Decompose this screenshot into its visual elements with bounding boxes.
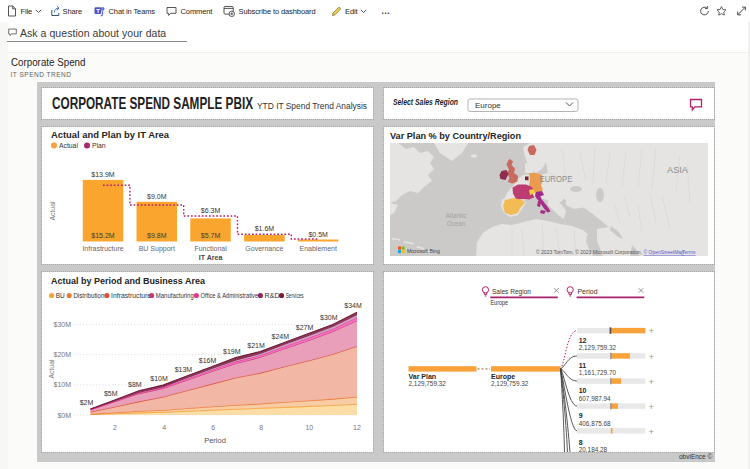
svg-text:11: 11 [579, 362, 587, 369]
svg-text:Actual: Actual [48, 359, 55, 378]
svg-text:$27M: $27M [296, 324, 314, 331]
svg-text:$9.0M: $9.0M [147, 193, 167, 200]
svg-text:$10M: $10M [150, 375, 168, 382]
svg-text:Office & Administrative: Office & Administrative [201, 292, 259, 299]
svg-text:Actual and Plan by IT Area: Actual and Plan by IT Area [51, 130, 170, 140]
svg-text:607,987.94: 607,987.94 [579, 395, 611, 402]
svg-text:EUROPE: EUROPE [540, 174, 573, 184]
svg-text:T: T [96, 8, 100, 14]
svg-text:Period: Period [204, 436, 226, 445]
svg-text:Distribution: Distribution [73, 292, 104, 299]
svg-text:$15.2M: $15.2M [91, 232, 115, 239]
svg-text:$30M: $30M [320, 314, 338, 321]
svg-text:Infrastructure: Infrastructure [82, 245, 123, 252]
svg-text:Ocean: Ocean [447, 220, 466, 227]
svg-text:$2M: $2M [80, 399, 94, 406]
svg-text:R&D: R&D [265, 292, 280, 299]
svg-text:YTD IT Spend Trend Analysis: YTD IT Spend Trend Analysis [257, 101, 367, 111]
svg-text:2,129,759.32: 2,129,759.32 [579, 344, 617, 351]
svg-text:+: + [649, 401, 655, 412]
svg-text:$0.5M: $0.5M [308, 231, 328, 238]
svg-text:$34M: $34M [344, 302, 362, 309]
svg-text:Atlantic: Atlantic [446, 212, 467, 219]
svg-text:406,875.68: 406,875.68 [579, 420, 611, 427]
svg-text:12: 12 [579, 337, 587, 344]
svg-text:Period: Period [578, 287, 598, 296]
svg-text:$5M: $5M [104, 390, 118, 397]
svg-text:+: + [649, 351, 655, 362]
svg-text:Europe: Europe [475, 101, 501, 110]
svg-text:$0M: $0M [57, 412, 71, 419]
svg-text:ASIA: ASIA [667, 164, 689, 175]
svg-text:10: 10 [579, 387, 587, 394]
svg-text:$6.3M: $6.3M [201, 207, 221, 214]
svg-text:2,129,759.32: 2,129,759.32 [409, 380, 447, 387]
svg-text:Europe: Europe [491, 299, 509, 307]
svg-text:$20M: $20M [53, 351, 71, 358]
svg-text:BU: BU [56, 292, 65, 299]
svg-text:Plan: Plan [92, 142, 106, 149]
svg-text:BU Support: BU Support [139, 245, 175, 253]
svg-text:CORPORATE SPEND SAMPLE PBIX: CORPORATE SPEND SAMPLE PBIX [52, 94, 253, 112]
svg-text:$30M: $30M [53, 321, 71, 328]
svg-text:Var Plan % by Country/Region: Var Plan % by Country/Region [390, 131, 521, 141]
svg-text:$16M: $16M [199, 357, 217, 364]
svg-text:+: + [649, 376, 655, 387]
svg-text:$13.9M: $13.9M [91, 171, 115, 178]
svg-text:$1.6M: $1.6M [255, 225, 275, 232]
svg-text:8: 8 [579, 439, 583, 446]
svg-text:$10M: $10M [53, 381, 71, 388]
svg-text:12: 12 [353, 424, 361, 431]
svg-text:2: 2 [113, 424, 117, 431]
svg-text:8: 8 [259, 424, 263, 431]
svg-text:Sales Region: Sales Region [492, 287, 531, 296]
svg-text:IT Area: IT Area [199, 254, 223, 261]
svg-text:4: 4 [162, 424, 166, 431]
svg-text:$21M: $21M [247, 342, 265, 349]
svg-text:10: 10 [305, 424, 313, 431]
svg-text:Services: Services [286, 292, 305, 299]
svg-text:Terms: Terms [682, 249, 696, 255]
svg-text:Enablement: Enablement [300, 245, 337, 252]
svg-text:Actual: Actual [49, 201, 56, 220]
svg-text:© OpenStreetMap: © OpenStreetMap [644, 249, 685, 255]
svg-text:$19M: $19M [223, 348, 241, 355]
svg-text:Infrastructure: Infrastructure [111, 292, 151, 299]
svg-text:Var Plan: Var Plan [409, 373, 437, 380]
svg-text:Functional: Functional [194, 245, 227, 252]
svg-text:$9.8M: $9.8M [147, 232, 167, 239]
svg-text:$13M: $13M [175, 366, 193, 373]
svg-text:+: + [649, 325, 655, 336]
svg-text:$24M: $24M [272, 333, 290, 340]
svg-text:$8M: $8M [128, 381, 142, 388]
svg-text:Actual: Actual [59, 142, 78, 149]
svg-text:Actual by Period and Business: Actual by Period and Business Area [51, 276, 206, 286]
svg-text:Select Sales Region: Select Sales Region [393, 97, 458, 107]
svg-text:Governance: Governance [245, 245, 283, 252]
svg-text:© 2023 TomTom, © 2023 Microsof: © 2023 TomTom, © 2023 Microsoft Corporat… [536, 249, 642, 255]
svg-text:9: 9 [579, 412, 583, 419]
svg-text:+: + [649, 426, 655, 437]
svg-text:$5.7M: $5.7M [201, 232, 221, 239]
svg-text:2,129,759.32: 2,129,759.32 [491, 380, 529, 387]
svg-text:Manufacturing: Manufacturing [156, 292, 194, 300]
svg-text:20,184.28: 20,184.28 [579, 446, 608, 452]
svg-text:6: 6 [211, 424, 215, 431]
svg-text:1,161,729.70: 1,161,729.70 [579, 369, 617, 376]
svg-text:Microsoft Bing: Microsoft Bing [407, 248, 440, 254]
